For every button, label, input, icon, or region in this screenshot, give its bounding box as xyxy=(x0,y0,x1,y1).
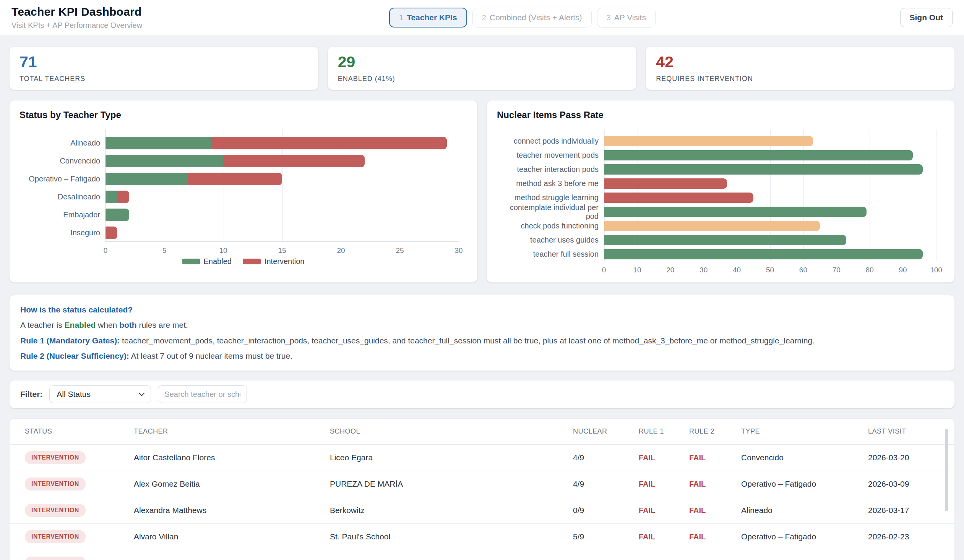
chart-bar-5 xyxy=(604,191,936,205)
cell-rule2: FAIL xyxy=(689,532,741,541)
bar-segment xyxy=(604,235,846,245)
table-row[interactable]: INTERVENTIONAndrea TwardzickiAndrews Mid… xyxy=(10,550,954,560)
kpi-card-enabled: 29 ENABLED (41%) xyxy=(327,46,637,90)
chart-category-label: method ask 3 before me xyxy=(497,179,604,188)
legend-label: Intervention xyxy=(264,257,305,266)
chart-category-label: contemplate individual per pod xyxy=(497,203,604,221)
cell-rule2: FAIL xyxy=(689,480,741,489)
tab-teacher-kpis[interactable]: 1 Teacher KPIs xyxy=(389,8,467,28)
bar-segment xyxy=(223,155,365,167)
nuclear-chart: connect pods individuallyteacher movemen… xyxy=(497,134,944,275)
cell-status: INTERVENTION xyxy=(25,451,134,464)
chart-row: teacher movement pods xyxy=(497,148,936,162)
chart-plot-area: connect pods individuallyteacher movemen… xyxy=(497,134,944,261)
chart-category-label: method struggle learning xyxy=(497,193,604,202)
rule1-label: Rule 1 (Mandatory Gates): xyxy=(20,336,120,345)
table-row[interactable]: INTERVENTIONAlex Gomez BeitiaPUREZA DE M… xyxy=(10,471,954,497)
tab-bar: 1 Teacher KPIs 2 Combined (Visits + Aler… xyxy=(389,0,656,35)
cell-last_visit: 2026-03-09 xyxy=(868,479,933,489)
explanation-heading: How is the status calculated? xyxy=(20,304,944,315)
tab-label: Teacher KPIs xyxy=(407,13,457,22)
chart-category-label: connect pods individually xyxy=(497,137,604,146)
chart-row: Desalineado xyxy=(20,188,459,206)
rule2-line: Rule 2 (Nuclear Sufficiency): At least 7… xyxy=(20,351,944,361)
filter-label: Filter: xyxy=(20,390,42,399)
search-input[interactable] xyxy=(158,385,247,403)
kpi-row: 71 TOTAL TEACHERS 29 ENABLED (41%) 42 RE… xyxy=(9,46,955,90)
chart-category-label: check pods functioning xyxy=(497,222,604,230)
bar-segment xyxy=(604,207,866,217)
column-header: TEACHER xyxy=(134,427,330,435)
chart-bar-2 xyxy=(106,152,459,170)
cell-rule1: FAIL xyxy=(639,453,689,462)
chart-bar-1 xyxy=(604,134,936,148)
x-axis-ticks: 0102030405060708090100 xyxy=(604,261,936,275)
status-badge: INTERVENTION xyxy=(25,557,86,560)
chart-category-label: teacher interaction pods xyxy=(497,165,604,174)
table-row[interactable]: INTERVENTIONAlexandra MatthewsBerkowitz0… xyxy=(10,497,954,524)
column-header: STATUS xyxy=(25,427,134,435)
cell-nuclear: 0/9 xyxy=(573,506,639,515)
axis-tick-label: 15 xyxy=(278,247,286,255)
axis-tick-label: 50 xyxy=(766,266,774,274)
axis-tick-label: 40 xyxy=(733,266,741,274)
cell-school: PUREZA DE MARÍA xyxy=(330,479,573,489)
axis-tick-label: 20 xyxy=(337,247,345,255)
sign-out-button[interactable]: Sign Out xyxy=(900,8,953,27)
kpi-value: 42 xyxy=(656,53,944,71)
column-header: TYPE xyxy=(741,427,868,435)
cell-school: Berkowitz xyxy=(330,506,573,515)
main-content: 71 TOTAL TEACHERS 29 ENABLED (41%) 42 RE… xyxy=(0,46,964,560)
axis-tick-label: 25 xyxy=(396,247,404,255)
chart-row: check pods functioning xyxy=(497,219,936,233)
chart-row: Alineado xyxy=(20,134,459,152)
chart-category-label: Alineado xyxy=(20,139,106,148)
cell-rule2: FAIL xyxy=(689,453,741,462)
chart-row: Operativo – Fatigado xyxy=(20,170,459,188)
cell-type: Alineado xyxy=(741,506,868,515)
cell-type: Convencido xyxy=(741,453,868,462)
axis-tick-label: 90 xyxy=(899,266,907,274)
column-header: LAST VISIT xyxy=(868,427,933,435)
bar-segment xyxy=(117,191,129,203)
cell-rule1: FAIL xyxy=(639,506,689,515)
table-row[interactable]: INTERVENTIONAlvaro VillanSt. Paul's Scho… xyxy=(10,524,954,550)
rule2-label: Rule 2 (Nuclear Sufficiency): xyxy=(20,351,129,360)
bar-segment xyxy=(604,179,727,189)
axis-tick-label: 30 xyxy=(700,266,708,274)
cell-rule1: FAIL xyxy=(639,480,689,489)
bar-segment xyxy=(604,221,820,231)
bar-segment xyxy=(106,137,212,149)
axis-tick-label: 60 xyxy=(799,266,807,274)
tab-combined[interactable]: 2 Combined (Visits + Alerts) xyxy=(472,8,592,28)
chart-category-label: Embajador xyxy=(20,211,106,219)
filter-bar: Filter: All Status xyxy=(9,380,955,408)
table-scrollbar[interactable] xyxy=(945,429,948,511)
column-header: NUCLEAR xyxy=(573,427,639,435)
cell-last_visit: 2026-03-16 xyxy=(868,558,933,560)
cell-last_visit: 2026-02-23 xyxy=(868,532,933,541)
column-header: RULE 1 xyxy=(639,427,689,435)
table-row[interactable]: INTERVENTIONAitor Castellano FloresLiceo… xyxy=(10,445,954,471)
rule1-line: Rule 1 (Mandatory Gates): teacher_moveme… xyxy=(20,335,944,346)
status-by-teacher-type-chart-card: Status by Teacher Type AlineadoConvencid… xyxy=(9,100,477,282)
chart-row: teacher full session xyxy=(497,247,936,261)
bar-segment xyxy=(106,227,117,239)
kpi-label: ENABLED (41%) xyxy=(338,75,627,83)
cell-nuclear: 4/9 xyxy=(573,453,639,462)
cell-status: INTERVENTION xyxy=(25,504,134,517)
nuclear-items-pass-rate-chart-card: Nuclear Items Pass Rate connect pods ind… xyxy=(487,100,955,282)
cell-teacher: Alex Gomez Beitia xyxy=(134,479,330,489)
cell-rule2: FAIL xyxy=(689,506,741,515)
explanation-enabled-sentence: A teacher is Enabled when both rules are… xyxy=(20,320,944,330)
chart-row: Embajador xyxy=(20,206,459,224)
kpi-card-requires-intervention: 42 REQUIRES INTERVENTION xyxy=(646,46,955,90)
chart-row: method struggle learning xyxy=(497,191,936,205)
kpi-label: TOTAL TEACHERS xyxy=(20,75,308,83)
top-bar: Teacher KPI Dashboard Visit KPIs + AP Pe… xyxy=(0,0,964,35)
status-filter-dropdown[interactable]: All Status xyxy=(49,385,151,403)
cell-last_visit: 2026-03-17 xyxy=(868,506,933,515)
legend-swatch xyxy=(182,259,200,265)
tab-ap-visits[interactable]: 3 AP Visits xyxy=(597,8,656,28)
chevron-down-icon xyxy=(139,390,145,396)
